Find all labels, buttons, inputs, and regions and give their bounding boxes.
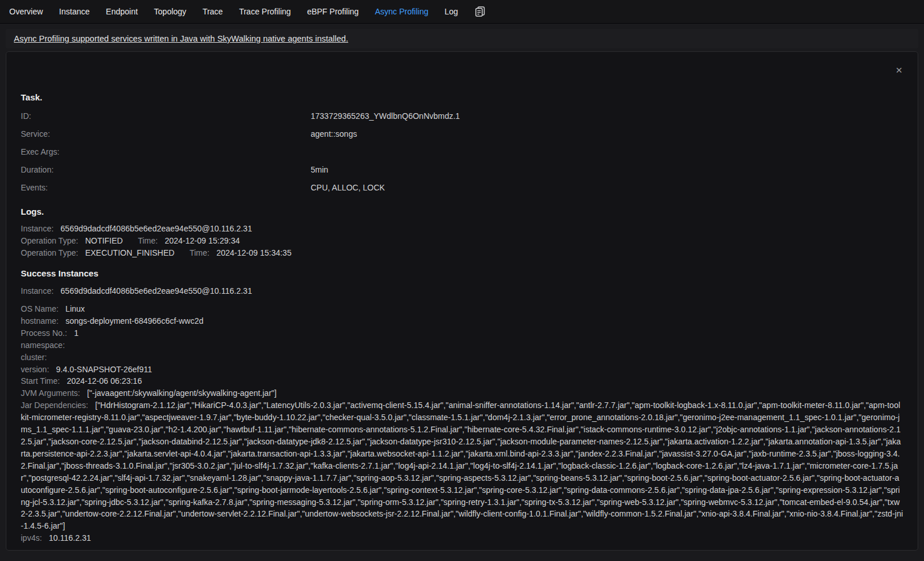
task-row: ID: 1733729365263_YWdlbnQ6OnNvbmdz.1 [21, 112, 903, 120]
task-row: Duration: 5min [21, 166, 903, 174]
task-id-label: ID: [21, 112, 311, 120]
tab-trace[interactable]: Trace [195, 0, 231, 24]
tab-endpoint[interactable]: Endpoint [98, 0, 146, 24]
instance-label: Instance: [21, 224, 54, 233]
task-exec-args-value [311, 148, 903, 156]
tab-async-profiling[interactable]: Async Profiling [367, 0, 437, 24]
attribute-row-ipv4s: ipv4s:10.116.2.31 [21, 532, 903, 544]
task-exec-args-label: Exec Args: [21, 148, 311, 156]
tab-ebpf-profiling[interactable]: eBPF Profiling [299, 0, 367, 24]
task-events-label: Events: [21, 184, 311, 192]
task-duration-label: Duration: [21, 166, 311, 174]
logs-instance-row: Instance:6569d9dadcdf4086b5e6ed2eae94e55… [21, 223, 903, 235]
operation-type-label: Operation Type: [21, 236, 78, 245]
attribute-row-process-no: Process No.:1 [21, 327, 903, 339]
close-icon[interactable]: ✕ [895, 66, 903, 74]
attribute-row-cluster: cluster: [21, 351, 903, 364]
tab-overview[interactable]: Overview [1, 0, 51, 24]
attribute-row-hostname: hostname:songs-deployment-684966c6cf-wwc… [21, 315, 903, 327]
task-detail-panel: ✕ Task. ID: 1733729365263_YWdlbnQ6OnNvbm… [6, 51, 918, 551]
success-instances-title: Success Instances [21, 268, 903, 278]
success-instances-section: Success Instances Instance:6569d9dadcdf4… [21, 268, 903, 544]
task-service-value: agent::songs [311, 130, 903, 138]
task-section-title: Task. [21, 92, 903, 102]
instance-label: Instance: [21, 286, 54, 296]
attribute-row-namespace: namespace: [21, 339, 903, 351]
tab-log[interactable]: Log [437, 0, 466, 24]
logs-section-title: Logs. [21, 207, 903, 216]
attribute-row-jar-dependencies: Jar Dependencies:["HdrHistogram-2.1.12.j… [21, 399, 903, 532]
top-nav: Overview Instance Endpoint Topology Trac… [0, 0, 924, 24]
task-row: Service: agent::songs [21, 130, 903, 138]
async-profiling-banner: Async Profiling supported services writt… [6, 29, 918, 48]
time-value: 2024-12-09 15:29:34 [165, 236, 240, 245]
success-instance-row: Instance:6569d9dadcdf4086b5e6ed2eae94e55… [21, 285, 903, 297]
tab-trace-profiling[interactable]: Trace Profiling [231, 0, 299, 24]
operation-type-value: NOTIFIED [85, 236, 122, 245]
instance-attributes: OS Name:Linux hostname:songs-deployment-… [21, 303, 903, 544]
task-id-value: 1733729365263_YWdlbnQ6OnNvbmdz.1 [311, 112, 903, 120]
operation-type-label: Operation Type: [21, 248, 78, 257]
time-value: 2024-12-09 15:34:35 [217, 248, 292, 257]
tab-instance[interactable]: Instance [51, 0, 98, 24]
operation-type-value: EXECUTION_FINISHED [85, 248, 174, 257]
task-row: Exec Args: [21, 148, 903, 156]
tab-topology[interactable]: Topology [146, 0, 195, 24]
task-duration-value: 5min [311, 166, 903, 174]
attribute-row-version: version:9.4.0-SNAPSHOT-26ef911 [21, 364, 903, 376]
instance-value: 6569d9dadcdf4086b5e6ed2eae94e550@10.116.… [61, 286, 252, 296]
attribute-row-os-name: OS Name:Linux [21, 303, 903, 315]
log-entry-row: Operation Type:EXECUTION_FINISHEDTime:20… [21, 247, 903, 259]
task-service-label: Service: [21, 130, 311, 138]
logs-section: Logs. Instance:6569d9dadcdf4086b5e6ed2ea… [21, 207, 903, 259]
log-entry-row: Operation Type:NOTIFIEDTime:2024-12-09 1… [21, 235, 903, 247]
task-section: Task. ID: 1733729365263_YWdlbnQ6OnNvbmdz… [21, 92, 903, 192]
banner-link[interactable]: Async Profiling supported services writt… [14, 34, 348, 43]
time-label: Time: [138, 236, 158, 245]
attribute-row-start-time: Start Time:2024-12-06 06:23:16 [21, 375, 903, 387]
changelog-docs-icon[interactable] [473, 5, 487, 18]
time-label: Time: [189, 248, 209, 257]
attribute-row-jvm-arguments: JVM Arguments:["-javaagent:/skywalking/a… [21, 387, 903, 399]
task-events-value: CPU, ALLOC, LOCK [311, 184, 903, 192]
instance-value: 6569d9dadcdf4086b5e6ed2eae94e550@10.116.… [61, 224, 252, 233]
task-row: Events: CPU, ALLOC, LOCK [21, 184, 903, 192]
